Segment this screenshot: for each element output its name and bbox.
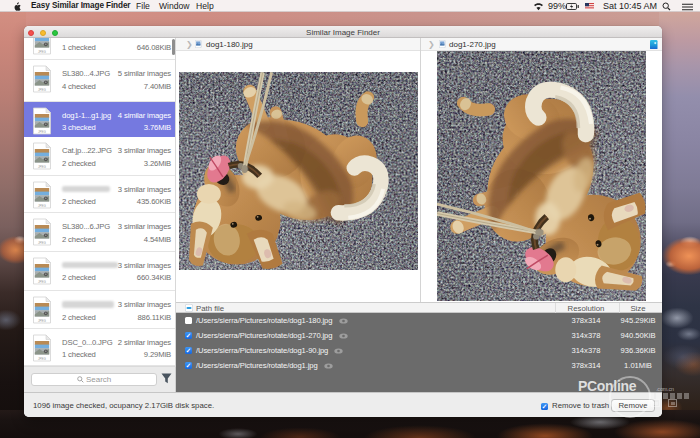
- svg-text:JPEG: JPEG: [38, 129, 47, 133]
- svg-text:JPEG: JPEG: [38, 356, 47, 360]
- svg-text:JPEG: JPEG: [38, 203, 47, 207]
- svg-text:JPEG: JPEG: [38, 241, 47, 245]
- svg-text:JPEG: JPEG: [38, 49, 47, 53]
- svg-text:JPEG: JPEG: [38, 165, 47, 169]
- svg-text:JPEG: JPEG: [38, 279, 47, 283]
- svg-text:JPEG: JPEG: [38, 319, 47, 323]
- svg-text:JPEG: JPEG: [38, 88, 47, 92]
